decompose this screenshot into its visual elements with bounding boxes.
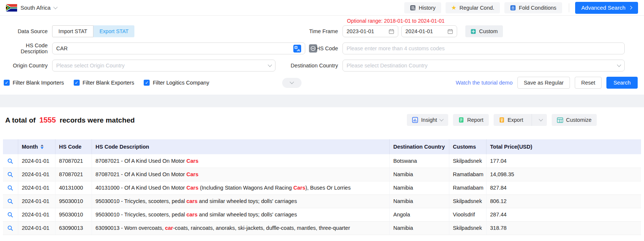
calendar-icon: [389, 29, 394, 34]
chevron-down-icon: [439, 117, 443, 121]
import-stat-label: Import STAT: [58, 28, 87, 34]
reset-label: Reset: [581, 80, 595, 86]
checkbox-checked-icon: ✓: [74, 80, 80, 86]
origin-country-select[interactable]: Please select Origin Country: [52, 60, 275, 72]
cell-description: 40131000 - Of A Kind Used On Motor Cars …: [92, 181, 389, 194]
header-hs-code-description: HS Code Description: [92, 139, 389, 154]
chevron-down-icon: [268, 63, 272, 67]
destination-country-select[interactable]: Please select Destination Country: [342, 60, 625, 72]
row-search-icon[interactable]: [7, 225, 13, 231]
cell-total-price: 177.04: [486, 154, 641, 168]
custom-label: Custom: [479, 28, 498, 34]
cell-destination-country: Namibia: [389, 194, 449, 208]
advanced-search-button[interactable]: Advanced Search: [575, 2, 638, 14]
header-total-price: Total Price(USD): [486, 139, 641, 154]
row-search-icon[interactable]: [7, 158, 13, 164]
export-dropdown-button[interactable]: [535, 114, 547, 126]
filter-blank-importers-checkbox[interactable]: ✓ Filter Blank Importers: [4, 80, 64, 86]
row-search-icon[interactable]: [7, 185, 13, 191]
table-row: 2024-01-018708702187087021 - Of A Kind U…: [3, 154, 641, 168]
row-search-icon[interactable]: [7, 198, 13, 204]
header-detail-column: [3, 139, 18, 154]
export-split-button: Export: [494, 114, 547, 126]
fold-conditions-label: Fold Conditions: [519, 5, 557, 11]
insight-label: Insight: [421, 117, 437, 123]
cell-destination-country: Angola: [389, 208, 449, 221]
time-frame-end-input[interactable]: 2024-01-01: [401, 25, 457, 37]
south-africa-flag-icon: [6, 4, 17, 12]
topbar: South Africa History ★ Regular Cond. Fol: [0, 0, 644, 16]
sort-desc-caret: [41, 147, 44, 149]
row-detail-cell[interactable]: [3, 154, 18, 168]
time-frame-start-input[interactable]: 2023-01-01: [342, 25, 398, 37]
header-month[interactable]: Month: [18, 139, 55, 154]
export-stat-tab[interactable]: Export STAT: [93, 25, 134, 37]
filter-logistics-company-checkbox[interactable]: ✓ Filter Logitics Company: [144, 80, 209, 86]
search-button[interactable]: Search: [606, 77, 638, 89]
cell-description: 87087021 - Of A Kind Used On Motor Cars: [92, 154, 389, 168]
cell-hs-code: 87087021: [55, 154, 92, 168]
country-name: South Africa: [20, 4, 51, 11]
export-label: Export: [508, 117, 523, 123]
cell-customs: Vioolsdrif: [449, 208, 486, 221]
hs-desc-input[interactable]: [56, 45, 293, 51]
row-search-icon[interactable]: [7, 212, 13, 218]
end-date-value: 2024-01-01: [405, 28, 433, 34]
topbar-divider: [569, 3, 569, 12]
cell-customs: Skilpadsnek: [449, 221, 486, 235]
table-row: 2024-01-016309001363090013 - Worn overco…: [3, 221, 641, 235]
row-search-icon[interactable]: [7, 171, 13, 178]
cell-destination-country: Namibia: [389, 221, 449, 235]
data-source-label: Data Source: [0, 28, 52, 34]
import-stat-tab[interactable]: Import STAT: [52, 25, 93, 37]
fold-conditions-icon: [510, 5, 516, 11]
data-source-segmented: Import STAT Export STAT: [52, 25, 134, 37]
cell-total-price: 318.78: [486, 221, 641, 235]
custom-timeframe-button[interactable]: Custom: [465, 25, 503, 37]
report-button[interactable]: Report: [453, 114, 489, 126]
history-label: History: [419, 5, 436, 11]
custom-grid-icon: [471, 29, 476, 34]
cell-hs-code: 95030010: [55, 208, 92, 221]
chevron-down-icon: [617, 63, 621, 67]
cell-total-price: 14,098.35: [486, 168, 641, 181]
save-as-regular-label: Save as Regular: [524, 80, 564, 86]
row-detail-cell[interactable]: [3, 181, 18, 194]
row-detail-cell[interactable]: [3, 221, 18, 235]
row-detail-cell[interactable]: [3, 168, 18, 181]
month-header-label: Month: [22, 144, 38, 150]
country-selector[interactable]: South Africa: [6, 4, 57, 12]
customize-button[interactable]: Customize: [552, 114, 597, 126]
reset-button[interactable]: Reset: [575, 77, 602, 89]
row-detail-cell[interactable]: [3, 194, 18, 208]
hs-desc-label: HS Code Description: [0, 42, 52, 54]
header-hs-code: HS Code: [55, 139, 92, 154]
tutorial-demo-link[interactable]: Watch the tutorial demo: [456, 80, 513, 86]
collapse-form-button[interactable]: [282, 78, 302, 88]
cell-destination-country: Botswana: [389, 154, 449, 168]
cell-destination-country: Namibia: [389, 181, 449, 194]
cell-hs-code: 40131000: [55, 181, 92, 194]
fold-conditions-button[interactable]: Fold Conditions: [504, 2, 562, 13]
filter-label: Filter Blank Importers: [13, 80, 64, 86]
results-table: Month HS Code HS Code Description Destin…: [3, 139, 641, 235]
cell-hs-code: 95030010: [55, 194, 92, 208]
filter-label: Filter Blank Exporters: [83, 80, 134, 86]
sort-icon[interactable]: [41, 145, 44, 149]
history-button[interactable]: History: [404, 2, 441, 13]
insight-button[interactable]: Insight: [407, 114, 448, 126]
row-detail-cell[interactable]: [3, 208, 18, 221]
hs-code-input[interactable]: [347, 45, 621, 51]
filter-blank-exporters-checkbox[interactable]: ✓ Filter Blank Exporters: [74, 80, 134, 86]
history-icon: [410, 5, 416, 11]
cell-total-price: 827.84: [486, 181, 641, 194]
save-as-regular-button[interactable]: Save as Regular: [517, 77, 570, 89]
regular-cond-button[interactable]: ★ Regular Cond.: [446, 2, 500, 13]
export-button[interactable]: Export: [494, 114, 529, 126]
cell-month: 2024-01-01: [18, 208, 55, 221]
report-label: Report: [467, 117, 484, 123]
table-row: 2024-01-019503001095030010 - Tricycles, …: [3, 194, 641, 208]
table-row: 2024-01-018708702187087021 - Of A Kind U…: [3, 168, 641, 181]
destination-country-label: Destination Country: [283, 63, 342, 69]
table-row: 2024-01-019503001095030010 - Tricycles, …: [3, 208, 641, 221]
